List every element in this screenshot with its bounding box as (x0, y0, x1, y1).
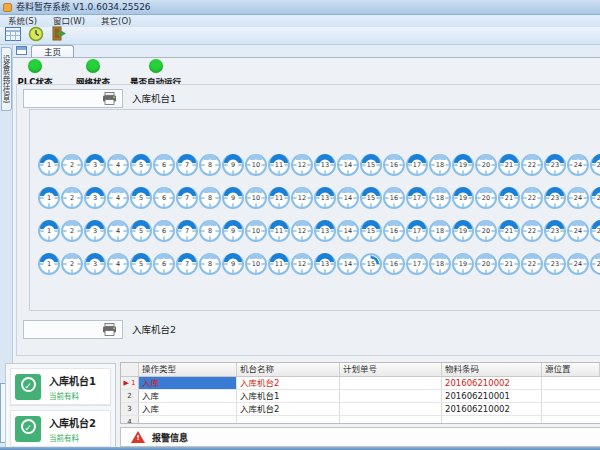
slot-number: 18 (435, 259, 446, 270)
check-icon: ✓ (15, 374, 41, 400)
table-cell[interactable] (139, 416, 237, 424)
table-cell[interactable]: 入库机台2 (237, 377, 340, 389)
status-indicator-row: PLC状态网络状态是否自动运行 (14, 59, 197, 87)
table-row[interactable]: 2入库入库机台1201606210001 (121, 390, 600, 403)
slot-number: 8 (205, 193, 216, 204)
reel-slot-4-25: 25 (590, 253, 600, 275)
table-header-row: 操作类型机台名称计划单号物料条码源位置 (121, 363, 600, 377)
slot-number: 17 (412, 259, 423, 270)
reel-slot-3-24: 24 (567, 220, 589, 242)
reel-slot-1-14: 14 (337, 154, 359, 176)
reel-slot-1-19: 19 (452, 154, 474, 176)
slot-number: 20 (481, 193, 492, 204)
table-cell[interactable]: 201606210002 (442, 377, 542, 389)
column-header[interactable]: 源位置 (542, 363, 600, 376)
slot-number: 3 (90, 226, 101, 237)
side-tab-monitor[interactable]: 设备监控信息 (1, 47, 12, 111)
reel-slot-3-18: 18 (429, 220, 451, 242)
reel-slot-1-13: 13 (314, 154, 336, 176)
status-light-icon (86, 59, 100, 73)
reel-slot-1-3: 3 (84, 154, 106, 176)
table-cell[interactable] (340, 416, 442, 424)
slot-number: 8 (205, 160, 216, 171)
table-cell[interactable] (340, 403, 442, 415)
table-row[interactable]: 3入库入库机台2201606210002 (121, 403, 600, 416)
reel-slot-1-24: 24 (567, 154, 589, 176)
reel-slot-2-20: 20 (475, 187, 497, 209)
row-header: ▶ 1 (121, 377, 139, 389)
reel-slot-1-4: 4 (107, 154, 129, 176)
slot-number: 2 (67, 160, 78, 171)
reel-slot-2-23: 23 (544, 187, 566, 209)
slot-number: 12 (297, 226, 308, 237)
slot-number: 25 (596, 193, 600, 204)
slot-number: 16 (389, 193, 400, 204)
tab-home[interactable]: 主页 (31, 45, 74, 57)
table-cell[interactable]: 201606210001 (442, 390, 542, 402)
reel-slot-3-5: 5 (130, 220, 152, 242)
reel-slot-2-14: 14 (337, 187, 359, 209)
column-header[interactable]: 计划单号 (340, 363, 442, 376)
slot-number: 11 (274, 193, 285, 204)
slot-number: 6 (159, 259, 170, 270)
menu-item-other[interactable]: 其它(O) (93, 15, 139, 27)
machine-card-2: ✓入库机台2当前有料 (10, 410, 111, 447)
slot-number: 22 (527, 160, 538, 171)
print-button-station1[interactable] (23, 89, 123, 108)
column-header[interactable]: 物料条码 (442, 363, 542, 376)
slot-number: 14 (343, 193, 354, 204)
table-cell[interactable]: 入库 (139, 403, 237, 415)
reel-slot-2-4: 4 (107, 187, 129, 209)
table-cell[interactable] (542, 377, 600, 389)
table-cell[interactable] (237, 416, 340, 424)
table-cell[interactable]: 入库 (139, 377, 237, 389)
table-cell[interactable]: 入库 (139, 390, 237, 402)
reel-slot-3-9: 9 (222, 220, 244, 242)
table-cell[interactable]: 入库机台2 (237, 403, 340, 415)
table-cell[interactable] (542, 403, 600, 415)
slot-number: 24 (573, 226, 584, 237)
table-cell[interactable] (340, 390, 442, 402)
slot-number: 23 (550, 160, 561, 171)
row-header: 3 (121, 403, 139, 415)
table-cell[interactable] (542, 390, 600, 402)
reel-slot-4-5: 5 (130, 253, 152, 275)
print-button-station2[interactable] (23, 320, 123, 339)
slot-number: 7 (182, 193, 193, 204)
slot-number: 24 (573, 193, 584, 204)
toolbar-button-clock[interactable] (26, 27, 46, 44)
reel-slot-4-13: 13 (314, 253, 336, 275)
menu-bar: 系统(S)窗口(W)其它(O) (0, 15, 600, 27)
table-row[interactable]: 4 (121, 416, 600, 424)
reel-slot-3-3: 3 (84, 220, 106, 242)
tab-strip: 主页 (13, 45, 600, 58)
toolbar-button-calendar[interactable] (3, 27, 23, 44)
check-icon: ✓ (15, 416, 41, 442)
reel-slot-2-7: 7 (176, 187, 198, 209)
reel-slot-2-13: 13 (314, 187, 336, 209)
slot-number: 2 (67, 226, 78, 237)
station2-label: 入库机台2 (132, 322, 176, 336)
reel-slot-2-15: 15 (360, 187, 382, 209)
slot-number: 24 (573, 160, 584, 171)
reel-slot-3-10: 10 (245, 220, 267, 242)
reel-slot-1-17: 17 (406, 154, 428, 176)
slot-number: 6 (159, 160, 170, 171)
table-row[interactable]: ▶ 1入库入库机台2201606210002 (121, 377, 600, 390)
station2-header: 入库机台2 (23, 319, 176, 339)
table-cell[interactable]: 入库机台1 (237, 390, 340, 402)
table-cell[interactable] (442, 416, 542, 424)
table-cell[interactable] (542, 416, 600, 424)
title-bar: 卷料暂存系统 V1.0.6034.25526 (0, 0, 600, 15)
table-cell[interactable]: 201606210002 (442, 403, 542, 415)
table-cell[interactable] (340, 377, 442, 389)
reel-slot-3-22: 22 (521, 220, 543, 242)
slot-number: 5 (136, 193, 147, 204)
reel-slot-3-17: 17 (406, 220, 428, 242)
column-header[interactable]: 机台名称 (237, 363, 340, 376)
reel-slot-2-17: 17 (406, 187, 428, 209)
column-header[interactable]: 操作类型 (139, 363, 237, 376)
storage-panel: 入库机台1 1234567891011121314151617181920212… (16, 84, 600, 356)
slot-number: 9 (228, 259, 239, 270)
toolbar-button-exit[interactable] (49, 27, 69, 44)
